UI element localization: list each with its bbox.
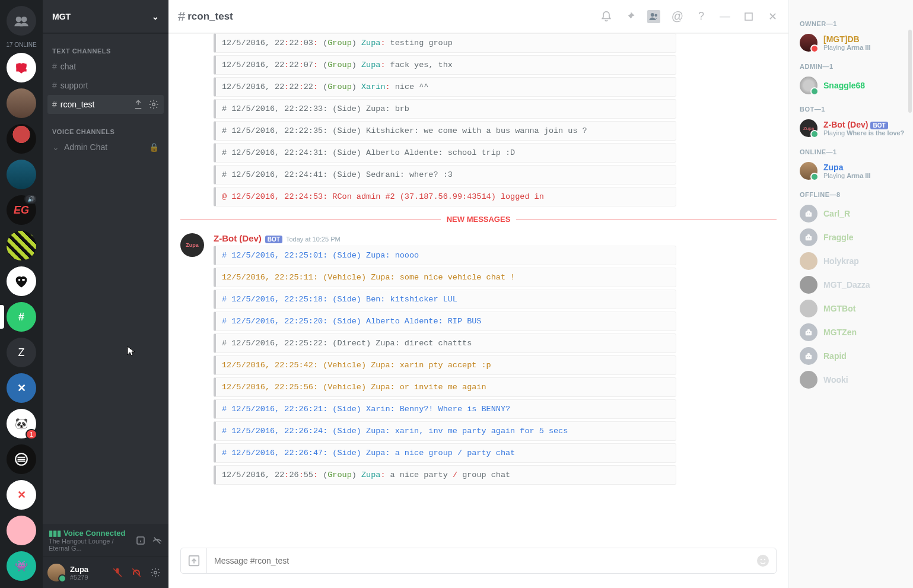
member-item[interactable]: Wooki [800,368,908,392]
guild-icon[interactable] [7,160,36,189]
pin-icon[interactable] [623,10,637,23]
member-item[interactable]: Zupa Z-Bot (Dev)BOT Playing Where is the… [800,116,908,140]
guild-icon[interactable] [7,124,36,154]
log-line: 12/5/2016, 22:25:56: (Vehicle) Zupa: or … [214,377,676,397]
bot-avatar[interactable]: Zupa [180,233,204,257]
online-count: 17 ONLINE [6,42,36,48]
mentions-icon[interactable]: @ [671,10,684,23]
channel-rcon-test[interactable]: #rcon_test [47,95,164,114]
members-icon[interactable] [647,10,660,23]
guild-icon[interactable] [7,516,36,545]
guild-icon[interactable] [7,231,36,260]
input-area [168,548,788,588]
home-button[interactable] [7,6,36,36]
log-line: 12/5/2016, 22:22:22: (Group) Xarin: nice… [214,77,676,97]
chevron-down-icon: ⌄ [152,12,159,21]
member-item[interactable]: [MGT]DB Playing Arma III [800,31,908,55]
member-item[interactable]: Carl_R [800,202,908,225]
member-item[interactable]: Snaggle68 [800,74,908,97]
maximize-icon[interactable] [742,10,755,23]
guild-icon[interactable]: 👾 [7,551,36,581]
member-item[interactable]: MGT_Dazza [800,273,908,297]
guild-icon[interactable] [7,444,36,474]
guild-icon[interactable]: ✕ [7,480,36,510]
help-icon[interactable]: ? [695,10,708,23]
bell-icon[interactable] [600,10,613,23]
deafen-button[interactable] [128,564,145,581]
text-channels-category: TEXT CHANNELS [52,47,159,55]
voice-server: The Hangout Lounge / Eternal G... [49,538,135,552]
hash-icon: # [178,9,185,24]
log-line: 12/5/2016, 22:25:11: (Vehicle) Zupa: som… [214,268,676,287]
server-header[interactable]: MGT ⌄ [43,0,168,33]
member-item[interactable]: MGTZen [800,320,908,344]
avatar: Zupa [800,119,817,137]
invite-icon[interactable] [133,99,144,110]
log-line: # 12/5/2016, 22:22:33: (Side) Zupa: brb [214,99,676,119]
emoji-button[interactable] [750,554,776,568]
mute-button[interactable] [109,564,126,581]
member-item[interactable]: Holykrap [800,249,908,273]
message-list[interactable]: 12/5/2016, 22:22:03: (Group) Zupa: testi… [168,33,788,548]
log-line: 12/5/2016, 22:22:03: (Group) Zupa: testi… [214,33,676,53]
scrollbar-thumb[interactable] [908,30,912,113]
channel-title: rcon_test [187,11,233,23]
log-line: 12/5/2016, 22:25:42: (Vehicle) Zupa: xar… [214,355,676,375]
hash-icon: # [52,62,57,71]
info-icon[interactable] [135,535,146,546]
settings-button[interactable] [147,564,164,581]
log-line: # 12/5/2016, 22:22:35: (Side) Kitshicker… [214,121,676,141]
guild-icon[interactable]: # [7,302,36,332]
guild-icon[interactable] [7,53,36,82]
svg-point-13 [757,555,769,567]
guild-icon[interactable]: 1🐼 [7,409,36,438]
channel-support[interactable]: #support [47,76,164,95]
message-input[interactable] [207,556,750,565]
message-header: Z-Bot (Dev) BOT Today at 10:25 PM [214,233,676,243]
log-line: # 12/5/2016, 22:26:21: (Side) Xarin: Ben… [214,399,676,419]
members-category: OFFLINE—8 [800,191,908,198]
voice-channel-admin-chat[interactable]: ⌄ Admin Chat 🔒 [47,138,164,157]
avatar [800,323,817,341]
guild-icon[interactable] [7,266,36,296]
log-line: # 12/5/2016, 22:26:47: (Side) Zupa: a ni… [214,443,676,463]
log-line: 12/5/2016, 22:22:07: (Group) Zupa: fack … [214,55,676,75]
svg-rect-11 [745,13,752,20]
minimize-icon[interactable]: — [718,10,731,23]
main-content: # rcon_test @ ? — ✕ 12/5/2016, 22:22:03:… [168,0,788,588]
guild-list: 17 ONLINE 🔊EG # Z ✕ 1🐼 ✕ 👾 [0,0,43,588]
lock-icon: 🔒 [149,142,159,152]
bot-badge: BOT [870,122,887,129]
bot-badge: BOT [265,236,282,243]
user-avatar[interactable] [47,564,65,581]
guild-icon[interactable]: 🔊EG [7,195,36,225]
member-item[interactable]: Zupa Playing Arma III [800,159,908,183]
disconnect-icon[interactable] [152,535,163,546]
member-item[interactable]: MGTBot [800,297,908,320]
avatar [800,34,817,52]
gear-icon[interactable] [148,99,159,110]
signal-icon: ▮▮▮ [49,529,61,538]
avatar [800,300,817,317]
notification-badge: 1 [26,429,37,440]
voice-channels-category: VOICE CHANNELS [52,128,159,135]
upload-button[interactable] [181,548,207,574]
avatar [800,228,817,246]
message-block: # 12/5/2016, 22:25:01: (Side) Zupa: nooo… [214,246,676,485]
member-item[interactable]: Fraggle [800,225,908,249]
hash-icon: # [52,81,57,90]
user-name: Zupa [70,565,88,574]
avatar [800,371,817,389]
chevron-down-icon: ⌄ [52,142,59,152]
log-line: # 12/5/2016, 22:24:41: (Side) Sedrani: w… [214,165,676,185]
message-author[interactable]: Z-Bot (Dev) [214,233,262,243]
guild-icon[interactable] [7,88,36,118]
avatar [800,347,817,365]
close-icon[interactable]: ✕ [766,10,779,23]
log-line: # 12/5/2016, 22:25:01: (Side) Zupa: nooo… [214,246,676,265]
guild-icon[interactable]: Z [7,338,36,367]
members-category: OWNER—1 [800,20,908,27]
channel-chat[interactable]: #chat [47,57,164,76]
member-item[interactable]: Rapid [800,344,908,368]
guild-icon[interactable]: ✕ [7,373,36,403]
